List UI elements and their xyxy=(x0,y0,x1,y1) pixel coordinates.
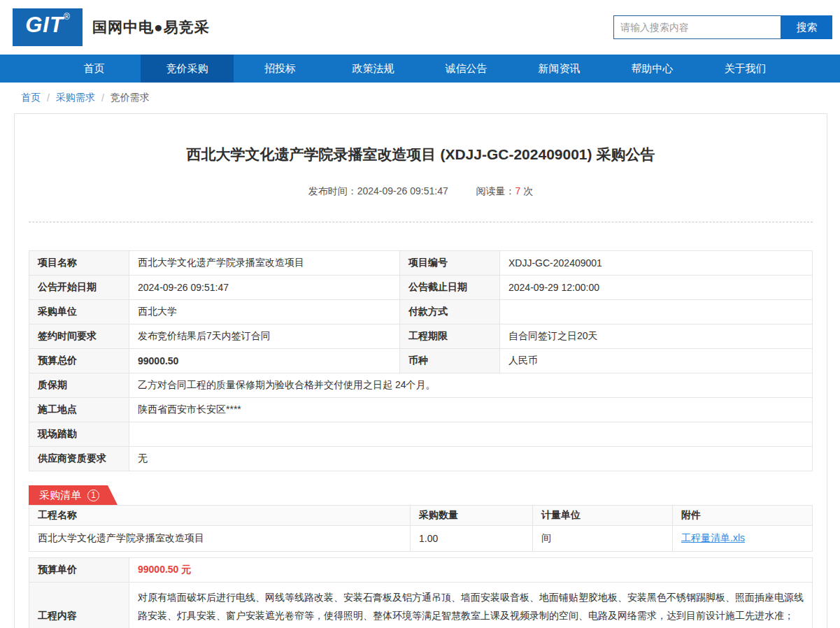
info-label: 质保期 xyxy=(29,373,129,398)
nav-item-news[interactable]: 新闻资讯 xyxy=(513,55,606,83)
unit-price-label: 预算单价 xyxy=(29,558,129,583)
site-logo[interactable]: GIT ® xyxy=(13,8,83,46)
info-label: 施工地点 xyxy=(29,398,129,422)
info-value: 乙方对合同工程的质量保修期为验收合格并交付使用之日起 24个月。 xyxy=(129,373,813,398)
column-header: 工程名称 xyxy=(29,506,411,526)
site-name: 国网中电●易竞采 xyxy=(92,17,210,37)
search-input[interactable] xyxy=(613,15,781,39)
info-label: 公告截止日期 xyxy=(400,276,500,300)
table-row: 项目名称 西北大学文化遗产学院录播室改造项目 项目编号 XDJJ-GC-2024… xyxy=(29,251,813,276)
table-row: 供应商资质要求 无 xyxy=(29,447,813,471)
column-header: 采购数量 xyxy=(411,506,533,526)
announcement-header: 西北大学文化遗产学院录播室改造项目 (XDJJ-GC-202409001) 采购… xyxy=(29,114,813,222)
table-row: 预算总价 99000.50 币种 人民币 xyxy=(29,349,813,373)
table-row: 工程内容 对原有墙面破坏后进行电线、网线等线路改装、安装石膏板及铝方通吊顶、墙面… xyxy=(29,583,813,628)
logo-text: GIT xyxy=(25,14,64,36)
breadcrumb-separator: / xyxy=(47,92,50,104)
publish-time: 发布时间：2024-09-26 09:51:47 xyxy=(308,185,448,197)
breadcrumb-purchase-demand[interactable]: 采购需求 xyxy=(56,92,95,104)
nav-item-tenders[interactable]: 招投标 xyxy=(234,55,327,83)
page-header: GIT ® 国网中电●易竞采 搜索 xyxy=(0,0,840,55)
budget-total-value: 99000.50 xyxy=(129,349,400,373)
nav-item-about-us[interactable]: 关于我们 xyxy=(699,55,792,83)
info-value: 自合同签订之日20天 xyxy=(500,324,813,349)
table-row: 质保期 乙方对合同工程的质量保修期为验收合格并交付使用之日起 24个月。 xyxy=(29,373,813,398)
project-name-cell: 西北大学文化遗产学院录播室改造项目 xyxy=(29,526,411,552)
info-value: 无 xyxy=(129,447,813,471)
unit-cell: 间 xyxy=(533,526,673,552)
nav-item-help-center[interactable]: 帮助中心 xyxy=(606,55,699,83)
breadcrumb-separator: / xyxy=(101,92,104,104)
breadcrumb-home[interactable]: 首页 xyxy=(21,92,41,104)
table-row: 签约时间要求 发布竞价结果后7天内签订合同 工程期限 自合同签订之日20天 xyxy=(29,324,813,349)
page-title: 西北大学文化遗产学院录播室改造项目 (XDJJ-GC-202409001) 采购… xyxy=(29,145,813,164)
nav-item-home[interactable]: 首页 xyxy=(48,55,141,83)
info-label: 币种 xyxy=(400,349,500,373)
info-value xyxy=(500,300,813,324)
table-header-row: 工程名称 采购数量 计量单位 附件 xyxy=(29,506,813,526)
info-label: 现场踏勘 xyxy=(29,422,129,447)
purchase-list-table: 工程名称 采购数量 计量单位 附件 西北大学文化遗产学院录播室改造项目 1.00… xyxy=(29,505,813,552)
registered-trademark-icon: ® xyxy=(64,13,70,21)
info-value: 人民币 xyxy=(500,349,813,373)
info-label: 预算总价 xyxy=(29,349,129,373)
purchase-list-section-header: 采购清单 1 xyxy=(29,485,813,505)
unit-price-value: 99000.50 元 xyxy=(129,558,813,583)
purchase-list-count-badge: 1 xyxy=(87,490,99,501)
table-row: 采购单位 西北大学 付款方式 xyxy=(29,300,813,324)
content-panel: 西北大学文化遗产学院录播室改造项目 (XDJJ-GC-202409001) 采购… xyxy=(14,113,827,628)
attachment-link[interactable]: 工程量清单.xls xyxy=(681,532,745,543)
purchase-list-ribbon-label: 采购清单 xyxy=(39,489,81,502)
price-content-table: 预算单价 99000.50 元 工程内容 对原有墙面破坏后进行电线、网线等线路改… xyxy=(29,557,813,628)
nav-item-policies[interactable]: 政策法规 xyxy=(327,55,420,83)
column-header: 附件 xyxy=(673,506,813,526)
table-row: 公告开始日期 2024-09-26 09:51:47 公告截止日期 2024-0… xyxy=(29,276,813,300)
info-value: 陕西省西安市长安区**** xyxy=(129,398,813,422)
attachment-cell: 工程量清单.xls xyxy=(673,526,813,552)
search-bar: 搜索 xyxy=(613,15,832,39)
table-row: 西北大学文化遗产学院录播室改造项目 1.00 间 工程量清单.xls xyxy=(29,526,813,552)
search-button[interactable]: 搜索 xyxy=(781,15,832,39)
breadcrumb-current: 竞价需求 xyxy=(111,92,150,104)
work-content-text: 对原有墙面破坏后进行电线、网线等线路改装、安装石膏板及铝方通吊顶、墙面安装吸音板… xyxy=(129,583,813,628)
info-label: 公告开始日期 xyxy=(29,276,129,300)
work-content-label: 工程内容 xyxy=(29,583,129,628)
announcement-meta: 发布时间：2024-09-26 09:51:47 阅读量：7 次 xyxy=(29,185,813,198)
info-value: XDJJ-GC-202409001 xyxy=(500,251,813,276)
info-value: 2024-09-26 09:51:47 xyxy=(129,276,400,300)
nav-item-bidding-purchase[interactable]: 竞价采购 xyxy=(141,55,234,83)
info-label: 工程期限 xyxy=(400,324,500,349)
purchase-list-ribbon: 采购清单 1 xyxy=(29,485,118,505)
info-label: 供应商资质要求 xyxy=(29,447,129,471)
info-value: 西北大学 xyxy=(129,300,400,324)
info-label: 采购单位 xyxy=(29,300,129,324)
column-header: 计量单位 xyxy=(533,506,673,526)
main-nav: 首页 竞价采购 招投标 政策法规 诚信公告 新闻资讯 帮助中心 关于我们 xyxy=(0,55,840,83)
project-info-table: 项目名称 西北大学文化遗产学院录播室改造项目 项目编号 XDJJ-GC-2024… xyxy=(29,250,813,471)
table-row: 预算单价 99000.50 元 xyxy=(29,558,813,583)
nav-item-integrity-notices[interactable]: 诚信公告 xyxy=(420,55,513,83)
info-value: 发布竞价结果后7天内签订合同 xyxy=(129,324,400,349)
info-label: 付款方式 xyxy=(400,300,500,324)
info-value: 2024-09-29 12:00:00 xyxy=(500,276,813,300)
table-row: 施工地点 陕西省西安市长安区**** xyxy=(29,398,813,422)
breadcrumb: 首页 / 采购需求 / 竞价需求 xyxy=(0,83,840,111)
info-value: 西北大学文化遗产学院录播室改造项目 xyxy=(129,251,400,276)
info-label: 项目编号 xyxy=(400,251,500,276)
info-value xyxy=(129,422,813,447)
quantity-cell: 1.00 xyxy=(411,526,533,552)
info-label: 项目名称 xyxy=(29,251,129,276)
info-label: 签约时间要求 xyxy=(29,324,129,349)
view-count: 阅读量：7 次 xyxy=(476,185,534,197)
table-row: 现场踏勘 xyxy=(29,422,813,447)
